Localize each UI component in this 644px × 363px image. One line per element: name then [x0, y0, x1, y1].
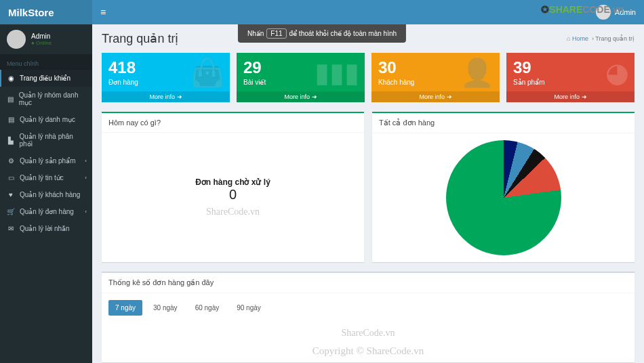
sidebar-toggle-icon[interactable]: ≡ — [100, 7, 106, 18]
menu-label: Quản lý danh mục — [20, 116, 75, 123]
menu-icon: ⚙ — [7, 157, 15, 165]
orders-pie-chart — [446, 140, 561, 255]
sidebar-item-8[interactable]: ✉Quản lý lời nhắn — [0, 220, 92, 237]
watermark: ShareCode.vn — [107, 328, 629, 339]
sidebar: Admin ● Online Menu chính ◉Trang điều kh… — [0, 24, 92, 363]
more-info-link[interactable]: More info ➜ — [506, 91, 635, 102]
menu-label: Quản lý tin tức — [20, 174, 64, 182]
more-info-link[interactable]: More info ➜ — [237, 91, 365, 102]
stat-box-3: 39Sản phẩm◕More info ➜ — [506, 53, 635, 102]
panel-row: Hôm nay có gì? Đơn hàng chờ xử lý 0 Shar… — [102, 112, 635, 262]
more-info-link[interactable]: More info ➜ — [371, 91, 500, 102]
menu-label: Quản lý nhóm danh mục — [19, 91, 85, 106]
chevron-left-icon: ‹ — [85, 175, 87, 181]
stat-box-0: 418Đơn hàng👜More info ➜ — [102, 53, 230, 102]
sidebar-user-panel: Admin ● Online — [0, 24, 92, 55]
menu-label: Quản lý lời nhắn — [20, 225, 70, 232]
tab-60ngày[interactable]: 60 ngày — [188, 300, 226, 316]
menu-icon: ▭ — [7, 174, 15, 182]
watermark-logo: ✪SHARECODE.vn — [541, 4, 624, 15]
watermark-copyright: Copyright © ShareCode.vn — [107, 345, 629, 357]
menu-icon: ▙ — [7, 137, 15, 144]
watermark: ShareCode.vn — [206, 207, 260, 217]
stat-box-1: 29Bài viết▮▮▮More info ➜ — [237, 53, 365, 102]
sidebar-avatar — [7, 30, 26, 49]
stat-bg-icon: 👜 — [190, 57, 224, 89]
sidebar-username: Admin — [31, 33, 52, 40]
menu-icon: ◉ — [7, 74, 15, 82]
breadcrumb-home[interactable]: Home — [572, 35, 588, 42]
pending-label: Đơn hàng chờ xử lý — [195, 177, 270, 187]
tab-90ngày[interactable]: 90 ngày — [230, 300, 268, 316]
menu-icon: ▤ — [7, 116, 15, 123]
menu-label: Quản lý sản phẩm — [20, 157, 75, 165]
panel-orders-title: Tất cả đơn hàng — [372, 113, 635, 133]
chevron-left-icon: ‹ — [85, 158, 87, 164]
fullscreen-hint: Nhấn F11 để thoát khỏi chế độ toàn màn h… — [238, 24, 406, 43]
panel-recent-title: Thống kê số đơn hàng gần đây — [102, 273, 635, 293]
breadcrumb: ⌂ Home › Trang quản trị — [567, 35, 635, 42]
sidebar-item-5[interactable]: ▭Quản lý tin tức‹ — [0, 169, 92, 186]
brand-logo[interactable]: MilkStore — [0, 0, 92, 24]
panel-today-title: Hôm nay có gì? — [102, 113, 364, 133]
sidebar-item-0[interactable]: ◉Trang điều khiển — [0, 70, 92, 87]
chevron-left-icon: ‹ — [85, 209, 87, 215]
sidebar-item-4[interactable]: ⚙Quản lý sản phẩm‹ — [0, 152, 92, 169]
page-title: Trang quản trị — [102, 31, 178, 46]
sidebar-item-3[interactable]: ▙Quản lý nhà phân phối — [0, 128, 92, 152]
sidebar-item-7[interactable]: 🛒Quản lý đơn hàng‹ — [0, 203, 92, 220]
more-info-link[interactable]: More info ➜ — [102, 91, 230, 102]
stat-row: 418Đơn hàng👜More info ➜29Bài viết▮▮▮More… — [102, 53, 635, 102]
menu-label: Quản lý đơn hàng — [20, 208, 74, 215]
stat-bg-icon: 👤 — [460, 57, 494, 89]
sidebar-item-2[interactable]: ▤Quản lý danh mục — [0, 111, 92, 128]
menu-icon: 🛒 — [7, 208, 15, 215]
sidebar-menu: ◉Trang điều khiển▤Quản lý nhóm danh mục▤… — [0, 70, 92, 237]
menu-label: Quản lý nhà phân phối — [20, 133, 85, 148]
stat-box-2: 30Khách hàng👤More info ➜ — [371, 53, 500, 102]
tab-7ngày[interactable]: 7 ngày — [108, 300, 142, 316]
panel-orders-body — [372, 133, 635, 262]
menu-icon: ✉ — [7, 225, 15, 232]
home-icon: ⌂ — [567, 35, 570, 42]
menu-icon: ▤ — [7, 95, 14, 103]
content-area: Trang quản trị ⌂ Home › Trang quản trị 4… — [92, 24, 644, 363]
sidebar-status: ● Online — [31, 40, 52, 46]
recent-tabs: 7 ngày30 ngày60 ngày90 ngày — [102, 293, 635, 322]
stat-bg-icon: ◕ — [605, 57, 629, 88]
sidebar-item-6[interactable]: ♥Quản lý khách hàng — [0, 186, 92, 203]
sidebar-item-1[interactable]: ▤Quản lý nhóm danh mục — [0, 87, 92, 111]
tab-30ngày[interactable]: 30 ngày — [146, 300, 184, 316]
menu-label: Trang điều khiển — [20, 74, 71, 82]
menu-icon: ♥ — [7, 191, 15, 198]
panel-orders: Tất cả đơn hàng — [372, 112, 635, 262]
key-f11: F11 — [266, 28, 286, 39]
pending-value: 0 — [229, 187, 237, 202]
panel-recent: Thống kê số đơn hàng gần đây 7 ngày30 ng… — [102, 272, 635, 362]
breadcrumb-current: Trang quản trị — [595, 35, 635, 42]
panel-today: Hôm nay có gì? Đơn hàng chờ xử lý 0 Shar… — [102, 112, 364, 262]
menu-label: Quản lý khách hàng — [20, 191, 80, 198]
stat-bg-icon: ▮▮▮ — [315, 57, 359, 88]
menu-header: Menu chính — [0, 55, 92, 70]
panel-today-body: Đơn hàng chờ xử lý 0 ShareCode.vn — [102, 133, 364, 261]
